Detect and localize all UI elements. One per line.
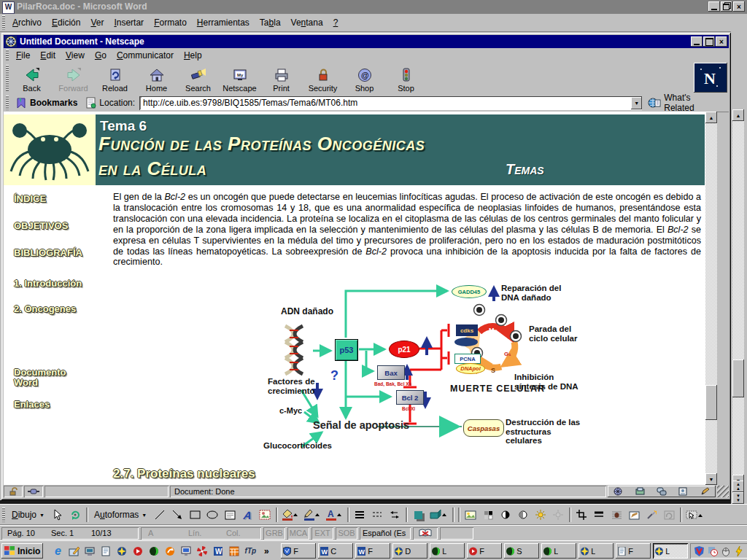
select-objects-button[interactable]: [50, 507, 66, 523]
netscape-locationbar-grip[interactable]: [6, 96, 9, 109]
location-dropdown-button[interactable]: ▼: [631, 97, 642, 109]
offline-status[interactable]: [24, 486, 43, 497]
task-button[interactable]: F: [281, 543, 316, 559]
dash-style-button[interactable]: [369, 507, 385, 523]
display-launch-icon[interactable]: [179, 544, 193, 559]
word-minimize-button[interactable]: [708, 1, 720, 12]
picture-line-style-button[interactable]: [591, 507, 607, 523]
task-scheduler-icon[interactable]: [706, 545, 719, 557]
autoformas-menu-button[interactable]: Autoformas▼: [90, 508, 151, 521]
netscape-menubar-grip[interactable]: [6, 50, 9, 61]
arrow-style-button[interactable]: [387, 507, 403, 523]
task-button[interactable]: F: [616, 543, 651, 559]
reset-picture-button[interactable]: [661, 507, 677, 523]
task-button-active[interactable]: L: [653, 543, 688, 559]
whats-related-button[interactable]: What's Related: [642, 93, 729, 113]
sphere-launch-icon[interactable]: [147, 544, 161, 559]
task-button[interactable]: WF: [355, 543, 390, 559]
resize-grip[interactable]: [717, 486, 729, 497]
overflow-chevron[interactable]: »: [259, 544, 274, 559]
oval-button[interactable]: [204, 507, 220, 523]
temas-link[interactable]: Temas: [506, 161, 544, 178]
text-box-button[interactable]: [222, 507, 238, 523]
start-button[interactable]: Inicio: [1, 543, 43, 559]
mailbox-icon[interactable]: [635, 487, 645, 496]
navigator-icon[interactable]: [614, 487, 623, 496]
stop-button[interactable]: Stop: [385, 63, 427, 93]
ns-menu-view[interactable]: View: [61, 49, 90, 62]
rectangle-button[interactable]: [187, 507, 203, 523]
word-menu-ventana[interactable]: Ventana: [286, 16, 328, 29]
word-menu-ver[interactable]: Ver: [85, 16, 109, 29]
word-menubar-grip[interactable]: [2, 15, 5, 29]
word-scroll-up-button[interactable]: ▲: [732, 109, 744, 121]
word-app-icon[interactable]: W: [2, 1, 15, 14]
home-button[interactable]: Home: [136, 63, 177, 93]
word-prev-page-button[interactable]: ▲▲: [732, 481, 744, 492]
task-button[interactable]: L: [541, 543, 576, 559]
less-brightness-button[interactable]: [550, 507, 566, 523]
pinwheel-launch-icon[interactable]: [195, 544, 209, 559]
set-transparent-button[interactable]: [643, 507, 659, 523]
word-menu-tabla[interactable]: Tabla: [255, 16, 286, 29]
word-close-button[interactable]: ×: [733, 1, 745, 12]
ie-launch-icon[interactable]: e: [50, 544, 65, 559]
browser-scroll-up-button[interactable]: ▲: [705, 112, 717, 123]
netscape-logo[interactable]: N: [694, 63, 727, 93]
task-button[interactable]: F: [467, 543, 502, 559]
more-contrast-button[interactable]: [498, 507, 514, 523]
browser-scroll-down-button[interactable]: ▼: [705, 473, 717, 485]
netscape-my-button[interactable]: My Netscape: [219, 63, 260, 93]
word-menu-herramientas[interactable]: Herramientas: [192, 16, 255, 29]
ns-menu-edit[interactable]: Edit: [35, 49, 61, 62]
font-color-button[interactable]: A: [324, 507, 344, 523]
word-restore-button[interactable]: [721, 1, 732, 12]
sidebar-item-oncogenes[interactable]: 2. Oncogenes: [14, 303, 76, 314]
reload-button[interactable]: Reload: [94, 63, 136, 93]
word-menu-help[interactable]: ?: [328, 16, 344, 29]
security-button[interactable]: Security: [302, 63, 344, 93]
wordart-button[interactable]: A: [239, 507, 255, 523]
compose-launch-icon[interactable]: [66, 544, 81, 559]
status-ext[interactable]: EXT: [311, 527, 333, 540]
status-language[interactable]: Español (Es: [360, 527, 411, 540]
realplayer-launch-icon[interactable]: [131, 544, 145, 559]
composer-icon[interactable]: [700, 487, 710, 496]
line-color-button[interactable]: [302, 507, 322, 523]
line-style-button[interactable]: [352, 507, 368, 523]
task-button[interactable]: WC: [318, 543, 353, 559]
status-grb[interactable]: GRB: [263, 527, 285, 540]
clipart-button[interactable]: [257, 507, 273, 523]
netscape-toolbar-grip[interactable]: [6, 65, 9, 91]
spellcheck-status[interactable]: [413, 527, 438, 540]
netscape-maximize-button[interactable]: [703, 36, 715, 47]
word-scroll-thumb[interactable]: [732, 359, 744, 397]
insert-picture-button[interactable]: [462, 507, 479, 523]
netscape-close-button[interactable]: ×: [716, 36, 727, 47]
less-contrast-button[interactable]: [515, 507, 531, 523]
free-rotate-button[interactable]: [67, 507, 83, 523]
status-sob[interactable]: SOB: [336, 527, 357, 540]
bookmarks-button[interactable]: Bookmarks: [11, 97, 82, 109]
status-mca[interactable]: MCA: [287, 527, 309, 540]
location-input[interactable]: [142, 97, 631, 109]
sidebar-item-enlaces[interactable]: Enlaces: [14, 399, 50, 410]
print-button[interactable]: Print: [260, 63, 302, 93]
ns-menu-file[interactable]: File: [11, 49, 35, 62]
dibujo-menu-button[interactable]: Dibujo▼: [7, 508, 49, 521]
task-button[interactable]: D: [392, 543, 427, 559]
sidebar-item-documento-word[interactable]: Documento Word: [14, 368, 66, 388]
netscape-launch-icon[interactable]: [115, 544, 129, 559]
crop-button[interactable]: [573, 507, 589, 523]
browser-scroll-thumb[interactable]: [705, 385, 717, 420]
ftp-launch-icon[interactable]: fTp: [243, 544, 258, 559]
msn-launch-icon[interactable]: [163, 544, 177, 559]
sidebar-item-bibliografia[interactable]: BIBLIOGRAFÍA: [14, 247, 82, 258]
security-status[interactable]: [4, 486, 23, 497]
antivirus-shield-icon[interactable]: [693, 545, 705, 557]
forward-button[interactable]: Forward: [53, 63, 94, 93]
ns-menu-communicator[interactable]: Communicator: [112, 49, 179, 62]
word-menu-formato[interactable]: Formato: [149, 16, 192, 29]
fill-color-button[interactable]: [280, 507, 301, 523]
my-computer-icon[interactable]: [82, 544, 97, 559]
